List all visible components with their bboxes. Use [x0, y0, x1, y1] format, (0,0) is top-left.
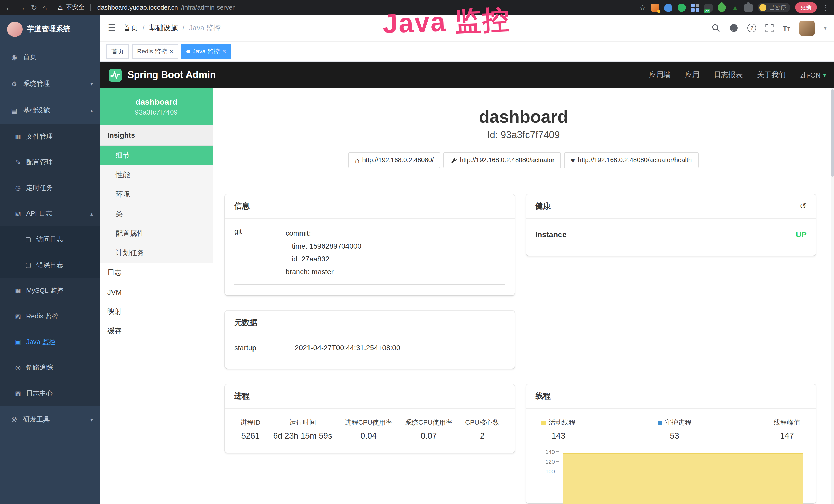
sidebar-item-system[interactable]: ⚙ 系统管理 ▾ [0, 70, 100, 97]
extensions-puzzle-icon[interactable] [744, 3, 752, 12]
table-row: Instance UP [535, 227, 807, 246]
sba-group-logs[interactable]: 日志 [100, 263, 213, 282]
tab-redis-monitor[interactable]: Redis 监控 × [132, 44, 178, 59]
sidebar-item-label: 定时任务 [26, 183, 53, 192]
sba-nav-journal[interactable]: 日志报表 [714, 70, 743, 79]
extension-tree-icon[interactable]: ▲ [731, 3, 739, 12]
sidebar-item-home[interactable]: ◉ 首页 [0, 44, 100, 70]
wrench-icon [450, 157, 457, 164]
sba-brand[interactable]: Spring Boot Admin [108, 68, 216, 82]
url-path: /infra/admin-server [181, 4, 235, 11]
chrome-update-button[interactable]: 更新 [795, 2, 817, 13]
avatar-caret-icon[interactable]: ▾ [824, 25, 827, 31]
stat-system-cpu: 系统CPU使用率 0.07 [405, 418, 453, 441]
address-bar[interactable]: ⚠ 不安全 dashboard.yudao.iocoder.cn/infra/a… [57, 3, 235, 12]
health-card: 健康 ↺ Instance UP [526, 194, 816, 256]
stat-cpu-cores: CPU核心数 2 [465, 418, 499, 441]
bookmark-star-icon[interactable]: ☆ [639, 3, 646, 12]
instance-id: 93a3fc7f7409 [135, 108, 178, 116]
scrollbar-thumb[interactable] [831, 89, 834, 177]
extension-adblock-icon[interactable]: on [704, 3, 712, 12]
history-icon[interactable]: ↺ [799, 201, 807, 211]
sidebar-item-label: MySQL 监控 [26, 286, 63, 295]
forward-icon[interactable]: → [18, 4, 26, 11]
browser-profile-chip[interactable]: 已暂停 [758, 3, 790, 12]
sidebar-item-error-log[interactable]: ▢ 错误日志 [0, 252, 100, 278]
font-size-icon[interactable]: TT [783, 23, 790, 32]
extension-fox-icon[interactable] [651, 3, 659, 12]
breadcrumb-home[interactable]: 首页 [124, 23, 138, 32]
threads-card: 线程 活动线程 143 守护进程 [526, 384, 816, 503]
hamburger-icon[interactable]: ☰ [108, 23, 116, 33]
health-instance-label[interactable]: Instance [535, 230, 567, 239]
sidebar-item-config[interactable]: ✎ 配置管理 [0, 150, 100, 175]
user-avatar[interactable] [799, 20, 815, 36]
sba-item-environment[interactable]: 环境 [100, 185, 213, 204]
extension-green-circle-icon[interactable] [678, 3, 686, 12]
sba-group-mappings[interactable]: 映射 [100, 302, 213, 321]
sidebar-item-java-monitor[interactable]: ▣ Java 监控 [0, 329, 100, 355]
instance-health-link[interactable]: ♥ http://192.168.0.2:48080/actuator/heal… [564, 152, 699, 168]
tab-java-monitor[interactable]: Java 监控 × [181, 44, 231, 59]
table-row: git commit: time: 1596289704000 id: 27aa… [234, 227, 505, 285]
breadcrumb-infra[interactable]: 基础设施 [138, 23, 178, 32]
chrome-menu-icon[interactable]: ⋮ [822, 3, 829, 12]
sba-item-details[interactable]: 细节 [100, 146, 213, 165]
close-icon[interactable]: × [222, 48, 226, 54]
sba-body: dashboard 93a3fc7f7409 Insights 细节 性能 环境… [100, 88, 834, 504]
sba-nav-wall[interactable]: 应用墙 [649, 70, 671, 79]
sba-main: dashboard Id: 93a3fc7f7409 ⌂ http://192.… [213, 88, 834, 504]
sba-group-jvm[interactable]: JVM [100, 282, 213, 302]
sidebar-item-file[interactable]: ▥ 文件管理 [0, 124, 100, 150]
sidebar-item-label: 首页 [23, 52, 37, 62]
sidebar-item-infra[interactable]: ▤ 基础设施 ▴ [0, 97, 100, 124]
sba-language-select[interactable]: zh-CN ▾ [800, 71, 826, 79]
url-host: dashboard.yudao.iocoder.cn [97, 4, 178, 11]
github-icon[interactable] [729, 24, 738, 32]
sidebar-item-cron[interactable]: ◷ 定时任务 [0, 175, 100, 201]
gear-icon: ⚙ [10, 80, 18, 88]
app-main-column: ☰ 首页 基础设施 Java 监控 ? TT ▾ [100, 15, 834, 504]
extension-leaf-icon[interactable] [716, 2, 727, 13]
process-card-body: 进程ID 5261 运行时间 6d 23h 15m 59s 进程CPU使用率 [225, 409, 515, 453]
search-icon[interactable] [711, 24, 720, 32]
card-title: 线程 [535, 391, 551, 401]
threads-card-body: 活动线程 143 守护进程 53 线程峰值 14 [526, 409, 816, 503]
sba-item-config-props[interactable]: 配置属性 [100, 224, 213, 244]
sba-group-caches[interactable]: 缓存 [100, 321, 213, 341]
sidebar-item-mysql[interactable]: ▦ MySQL 监控 [0, 278, 100, 303]
breadcrumb-current: Java 监控 [178, 23, 221, 32]
close-icon[interactable]: × [170, 48, 173, 54]
sba-item-scheduled-tasks[interactable]: 计划任务 [100, 244, 213, 263]
sba-item-classes[interactable]: 类 [100, 204, 213, 224]
chevron-up-icon: ▴ [90, 108, 93, 113]
tab-home[interactable]: 首页 [106, 44, 129, 59]
sidebar-item-label: 文件管理 [26, 132, 53, 141]
sidebar-item-access-log[interactable]: ▢ 访问日志 [0, 226, 100, 252]
active-tab-dot [186, 49, 190, 53]
instance-home-link[interactable]: ⌂ http://192.168.0.2:48080/ [349, 152, 440, 168]
fullscreen-icon[interactable] [765, 24, 774, 32]
dashboard-icon: ◉ [10, 53, 18, 61]
instance-actuator-link[interactable]: http://192.168.0.2:48080/actuator [443, 152, 561, 168]
link-label: http://192.168.0.2:48080/actuator/health [578, 157, 692, 164]
error-log-icon: ▢ [25, 261, 32, 269]
sidebar-item-dev-tools[interactable]: ⚒ 研发工具 ▾ [0, 406, 100, 433]
scrollbar[interactable] [831, 88, 834, 504]
extension-waterdrop-icon[interactable] [664, 3, 673, 12]
sidebar-item-redis[interactable]: ▨ Redis 监控 [0, 303, 100, 329]
sidebar-item-log-center[interactable]: ▩ 日志中心 [0, 381, 100, 406]
sba-item-metrics[interactable]: 性能 [100, 165, 213, 185]
help-icon[interactable]: ? [747, 24, 756, 32]
sidebar-item-trace[interactable]: ◎ 链路追踪 [0, 355, 100, 381]
refresh-icon[interactable]: ↻ [31, 4, 37, 11]
chart-y-axis: 140 120 100 [539, 449, 559, 478]
sba-nav-applications[interactable]: 应用 [685, 70, 700, 79]
sba-nav-about[interactable]: 关于我们 [757, 70, 786, 79]
back-icon[interactable]: ← [5, 4, 13, 11]
status-badge: UP [796, 230, 807, 239]
sidebar-item-label: 访问日志 [37, 235, 63, 244]
home-icon[interactable]: ⌂ [42, 4, 47, 11]
extension-grid-icon[interactable] [691, 3, 699, 12]
sidebar-item-api-log[interactable]: ▧ API 日志 ▴ [0, 201, 100, 226]
